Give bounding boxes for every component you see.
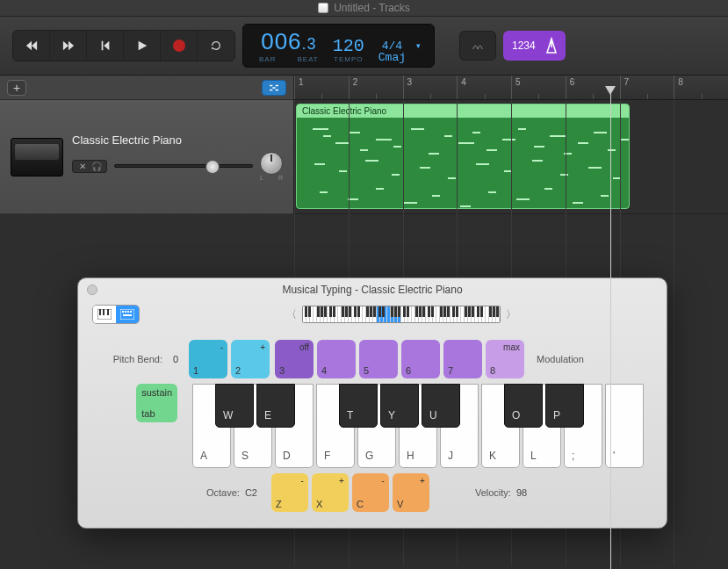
modulation-key-5[interactable]: 5 [359,340,398,378]
add-track-button[interactable]: + [7,80,26,96]
region-name: Classic Electric Piano [297,104,629,118]
ruler-bar[interactable]: 1 [294,76,349,99]
ruler-bar[interactable]: 8 [674,76,728,99]
count-in-button[interactable]: 1234 [508,40,539,52]
rewind-button[interactable] [13,31,50,61]
black-key-U[interactable]: U [422,384,460,428]
modulation-key-7[interactable]: 7 [443,340,482,378]
ruler-bar[interactable]: 5 [511,76,566,99]
ruler-bar[interactable]: 3 [403,76,458,99]
mtw-titlebar[interactable]: Musical Typing - Classic Electric Piano [78,278,667,301]
octave-velocity-key-Z[interactable]: -Z [271,473,308,512]
octave-value: C2 [245,487,266,498]
track-filter-button[interactable] [262,80,286,96]
region-notes [297,118,629,209]
tuner-button[interactable] [459,31,496,61]
tempo-label: TEMPO [334,55,363,63]
keyboard-view-button[interactable] [116,306,139,323]
octave-label: Octave: [206,487,240,498]
beat-label: BEAT [297,55,318,63]
ruler-bar[interactable]: 7 [620,76,674,99]
playhead[interactable] [610,88,611,569]
position-bar: 006 [261,28,301,55]
black-key-W[interactable]: W [215,384,254,428]
musical-typing-window[interactable]: Musical Typing - Classic Electric Piano … [77,277,667,529]
key-signature[interactable]: Cmaj [378,52,406,63]
keyboard-range-nav: 〈 〉 [150,306,652,323]
forward-button[interactable] [50,31,87,61]
document-title-bar: Untitled - Tracks [0,0,728,17]
svg-rect-8 [130,311,132,313]
volume-thumb[interactable] [205,160,220,174]
sustain-key-label: tab [141,408,172,419]
modulation-key-4[interactable]: 4 [317,340,356,378]
pitch-bend-key-2[interactable]: +2 [231,340,270,378]
pan-knob[interactable] [260,152,283,175]
svg-rect-6 [125,311,126,313]
velocity-value: 98 [516,487,527,498]
octave-velocity-row: Octave: C2 -Z+X-C+V Velocity: 98 [206,473,644,512]
ruler-bar[interactable]: 4 [457,76,511,99]
range-left-button[interactable]: 〈 [286,307,297,322]
track-header-top: + [0,76,293,100]
svg-rect-7 [127,311,129,313]
solo-button[interactable]: 🎧 [90,162,103,171]
lcd-dropdown-icon[interactable]: ▾ [416,41,425,50]
modulation-key-8[interactable]: max8 [486,340,524,378]
mute-button[interactable]: ✕ [76,162,89,171]
transport-controls [12,30,235,61]
document-title: Untitled - Tracks [334,2,410,14]
pan-left-label: L [260,175,263,181]
pitch-bend-row: Pitch Bend: 0 -1+2 off34567max8 Modulati… [101,340,644,378]
modulation-key-6[interactable]: 6 [401,340,440,378]
svg-rect-5 [122,311,124,313]
black-key-T[interactable]: T [339,384,378,428]
piano-view-button[interactable] [93,306,116,323]
pitch-bend-key-1[interactable]: -1 [189,340,227,378]
black-key-P[interactable]: P [545,384,584,428]
count-in-group: 1234 [503,31,566,61]
track-row[interactable]: Classic Electric Piano ✕ 🎧 LR [0,100,293,214]
midi-region[interactable]: Classic Electric Piano [296,104,630,209]
position-beat: .3 [302,35,317,54]
track-instrument-icon [11,138,63,176]
workspace: + Classic Electric Piano ✕ 🎧 LR [0,76,728,214]
mtw-title: Musical Typing - Classic Electric Piano [105,284,640,296]
black-key-Y[interactable]: Y [380,384,419,428]
timeline-ruler[interactable]: 12345678 [294,76,728,100]
pitch-bend-value: 0 [168,354,184,364]
tempo-value[interactable]: 120 [333,38,364,55]
go-to-start-button[interactable] [87,31,124,61]
mute-solo-group: ✕ 🎧 [72,160,107,173]
document-icon [318,3,328,13]
piano-keyboard: ASDFGHJKL;'WETYUOP [192,384,644,468]
cycle-button[interactable] [198,31,234,61]
bar-label: BAR [259,55,276,63]
record-icon [173,40,185,52]
svg-rect-9 [123,314,132,316]
sustain-key[interactable]: sustain tab [136,384,177,422]
svg-rect-2 [103,309,105,315]
lcd-display[interactable]: 006.3 BARBEAT 120 TEMPO 4/4 Cmaj ▾ [242,24,435,68]
metronome-button[interactable] [543,37,560,54]
track-name: Classic Electric Piano [72,133,283,147]
svg-rect-1 [99,309,101,315]
close-window-button[interactable] [87,284,97,295]
black-key-O[interactable]: O [504,384,543,428]
octave-velocity-key-C[interactable]: -C [352,473,389,512]
keyboard-range-display[interactable] [302,306,501,323]
range-right-button[interactable]: 〉 [506,307,516,322]
octave-velocity-key-V[interactable]: +V [393,473,429,512]
arrange-area[interactable]: 12345678 Classic Electric Piano [294,76,728,214]
play-button[interactable] [124,31,161,61]
modulation-label: Modulation [537,354,584,364]
track-header-column: + Classic Electric Piano ✕ 🎧 LR [0,76,294,214]
record-button[interactable] [161,31,198,61]
ruler-bar[interactable]: 2 [349,76,403,99]
view-mode-segment [92,305,140,324]
volume-slider[interactable] [114,164,253,168]
modulation-key-3[interactable]: off3 [275,340,314,378]
toolbar: 006.3 BARBEAT 120 TEMPO 4/4 Cmaj ▾ 1234 [0,17,728,76]
octave-velocity-key-X[interactable]: +X [312,473,349,512]
black-key-E[interactable]: E [256,384,295,428]
